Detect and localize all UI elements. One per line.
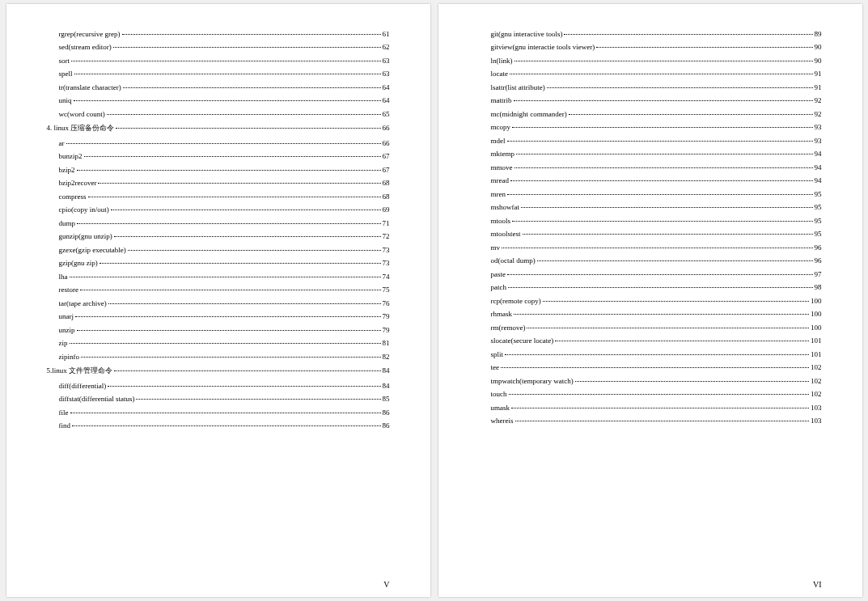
toc-entry: mktemp94 <box>491 150 822 158</box>
toc-entry: spell63 <box>59 70 390 78</box>
toc-entry-page: 90 <box>815 57 822 65</box>
toc-entry-page: 91 <box>815 70 822 78</box>
toc-entry-page: 95 <box>815 217 822 225</box>
toc-entry: slocate(secure locate)101 <box>491 336 822 345</box>
toc-leader-dots <box>508 287 813 288</box>
toc-entry: file86 <box>59 408 390 417</box>
toc-entry-label: mshowfat <box>491 203 520 211</box>
toc-entry: cpio(copy in/out)69 <box>59 205 390 214</box>
toc-entry: mmove94 <box>491 163 822 171</box>
toc-entry: unarj79 <box>59 312 390 320</box>
toc-entry-page: 90 <box>815 43 822 51</box>
toc-entry: mtoolstest95 <box>491 230 822 238</box>
toc-entry-label: lsattr(list attribute) <box>491 83 545 91</box>
toc-leader-dots <box>80 290 381 290</box>
toc-entry: touch102 <box>491 390 822 398</box>
toc-leader-dots <box>114 236 381 237</box>
toc-leader-dots <box>505 354 809 355</box>
toc-leader-dots <box>512 127 813 128</box>
toc-entry-page: 93 <box>815 137 822 145</box>
toc-entry-page: 71 <box>383 219 390 227</box>
toc-entry-page: 72 <box>383 232 390 240</box>
toc-entry: lha74 <box>59 273 390 281</box>
toc-leader-dots <box>100 263 381 264</box>
toc-entry-label: od(octal dump) <box>491 256 536 265</box>
toc-entry-page: 81 <box>383 339 390 347</box>
toc-leader-dots <box>527 328 809 328</box>
toc-entry-page: 61 <box>383 30 390 38</box>
toc-entry-label: rgrep(recursive grep) <box>59 30 121 38</box>
toc-leader-dots <box>116 128 380 129</box>
toc-leader-dots <box>88 197 381 197</box>
toc-entry-label: dump <box>59 219 76 227</box>
toc-entry-label: gzip(gnu zip) <box>59 259 98 267</box>
toc-entry: 4. linux 压缩备份命令66 <box>47 123 390 133</box>
toc-entry-label: zipinfo <box>59 353 80 361</box>
page-left: rgrep(recursive grep)61sed(stream editor… <box>6 4 430 597</box>
toc-leader-dots <box>113 47 381 48</box>
toc-entry: mv96 <box>491 243 822 252</box>
toc-entry: bunzip267 <box>59 152 390 160</box>
toc-leader-dots <box>66 143 381 144</box>
toc-entry-page: 94 <box>815 150 822 158</box>
toc-entry: ar66 <box>59 139 390 147</box>
toc-entry: zip81 <box>59 339 390 347</box>
toc-leader-dots <box>514 100 813 101</box>
toc-entry-label: slocate(secure locate) <box>491 336 554 345</box>
toc-entry-label: wc(word count) <box>59 110 105 118</box>
toc-leader-dots <box>510 74 813 74</box>
toc-leader-dots <box>108 303 381 304</box>
toc-entry-label: gunzip(gnu unzip) <box>59 232 112 240</box>
toc-entry: gunzip(gnu unzip)72 <box>59 232 390 240</box>
toc-entry-page: 73 <box>383 259 390 267</box>
toc-entry: zipinfo82 <box>59 353 390 361</box>
toc-entry-page: 64 <box>383 83 390 91</box>
toc-entry-label: cpio(copy in/out) <box>59 205 109 214</box>
toc-leader-dots <box>111 210 381 210</box>
toc-entry-label: bzip2 <box>59 166 75 174</box>
toc-entry-page: 101 <box>811 336 822 345</box>
toc-entry: mread94 <box>491 176 822 184</box>
toc-entry: mtools95 <box>491 217 822 225</box>
toc-leader-dots <box>74 100 381 101</box>
toc-entry-label: rcp(remote copy) <box>491 297 541 305</box>
toc-entry-label: sed(stream editor) <box>59 43 112 51</box>
toc-entry-label: uniq <box>59 96 72 104</box>
toc-entry: mcopy93 <box>491 123 822 131</box>
toc-entry-label: zip <box>59 339 68 347</box>
toc-entry-label: sort <box>59 57 70 65</box>
toc-entry-page: 79 <box>383 312 390 320</box>
toc-entry: 5.linux 文件管理命令84 <box>47 366 390 376</box>
toc-entry: tmpwatch(temporary watch)102 <box>491 377 822 385</box>
toc-entry-label: find <box>59 421 71 430</box>
toc-entry-page: 68 <box>383 179 390 187</box>
toc-entry-page: 84 <box>383 382 390 390</box>
toc-leader-dots <box>70 413 381 413</box>
toc-entry-label: tar(tape archive) <box>59 299 107 307</box>
toc-entry: split101 <box>491 350 822 358</box>
toc-entry: patch98 <box>491 283 822 291</box>
toc-entry: sed(stream editor)62 <box>59 43 390 51</box>
toc-entry-label: spell <box>59 70 73 78</box>
toc-entry-label: diff(differential) <box>59 382 107 390</box>
toc-leader-dots <box>70 277 381 277</box>
toc-entry-page: 75 <box>383 286 390 294</box>
toc-entry: tr(translate character)64 <box>59 83 390 91</box>
toc-entry: whereis103 <box>491 417 822 425</box>
toc-entry: dump71 <box>59 219 390 227</box>
toc-entry: uniq64 <box>59 96 390 104</box>
toc-entry-page: 95 <box>815 203 822 211</box>
toc-entry: diffstat(differential status)85 <box>59 395 390 403</box>
toc-entry-label: 5.linux 文件管理命令 <box>47 366 113 376</box>
toc-leader-dots <box>511 408 809 408</box>
toc-entry-label: rm(remove) <box>491 324 526 332</box>
toc-entry-page: 103 <box>811 417 822 425</box>
toc-leader-dots <box>507 141 813 142</box>
toc-entry-label: unzip <box>59 326 75 334</box>
toc-entry-page: 100 <box>811 324 822 332</box>
toc-entry: rgrep(recursive grep)61 <box>59 30 390 38</box>
toc-leader-dots <box>81 357 381 358</box>
toc-entry: mattrib92 <box>491 96 822 104</box>
toc-entry-page: 91 <box>815 83 822 91</box>
toc-entry: lsattr(list attribute)91 <box>491 83 822 91</box>
